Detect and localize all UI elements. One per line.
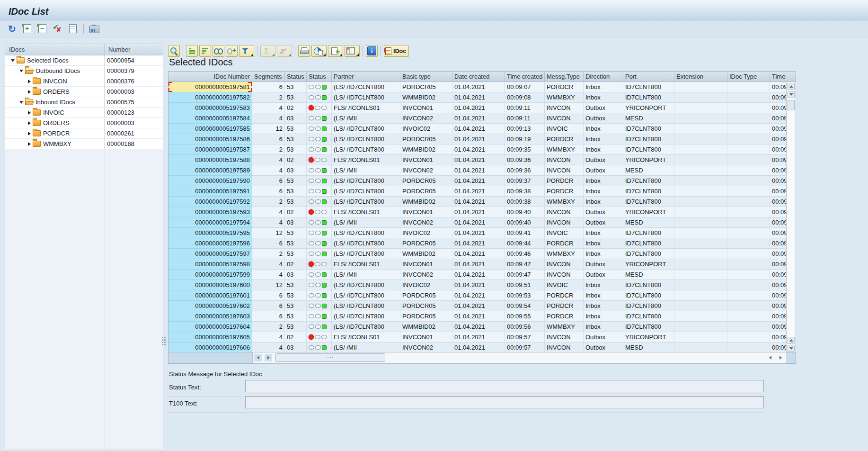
tree-item-orders[interactable]: ORDERS00000003	[5, 118, 163, 128]
scroll-page-down-button[interactable]	[788, 345, 795, 352]
title-bar: IDoc List	[0, 3, 868, 20]
expand-arrow-icon[interactable]	[28, 90, 31, 94]
tree-item-invcon[interactable]: INVCON00000376	[5, 76, 163, 87]
t100-text-input[interactable]	[245, 396, 764, 408]
collapse-button[interactable]	[36, 22, 49, 35]
table-row[interactable]: 0000000005197605402FLS/ /ICONLS01INVCON0…	[168, 332, 786, 343]
horizontal-scroll-thumb[interactable]	[275, 353, 385, 362]
expand-arrow-icon[interactable]	[28, 80, 31, 83]
tree-item-orders[interactable]: ORDERS00000003	[5, 87, 163, 97]
scroll-right-end-button[interactable]	[777, 354, 784, 361]
scroll-up-button[interactable]	[788, 83, 795, 90]
choose-layout-button[interactable]	[345, 45, 360, 57]
export-button[interactable]	[328, 45, 343, 57]
table-row[interactable]: 0000000005197588402FLS/ /ICONLS01INVCON0…	[168, 155, 786, 165]
table-row[interactable]: 0000000005197594403(LS/ /MIIINVCON0201.0…	[168, 217, 786, 228]
table-row[interactable]: 0000000005197593402FLS/ /ICONLS01INVCON0…	[168, 207, 786, 217]
status-light-cell	[307, 311, 332, 322]
idoc-button[interactable]: IDoc	[384, 45, 409, 57]
tree-item-pordcr[interactable]: PORDCR00000261	[5, 128, 163, 139]
table-row[interactable]: 0000000005197596653(LS/ /ID7CLNT800PORDC…	[168, 238, 786, 249]
tree-item-selected-idocs[interactable]: Selected IDocs00000954	[5, 55, 163, 66]
table-row[interactable]: 00000000051975851253(LS/ /ID7CLNT800INVO…	[168, 124, 786, 134]
find-button[interactable]	[213, 45, 224, 57]
list-button[interactable]	[66, 22, 79, 35]
column-header-idoc-number[interactable]: IDoc Number	[168, 72, 252, 81]
partner-cell: (LS/ /ID7CLNT800	[332, 92, 400, 103]
column-header-segments[interactable]: Segments	[252, 72, 285, 81]
table-row[interactable]: 0000000005197583402FLS/ /ICONLS01INVCON0…	[168, 103, 786, 113]
table-row[interactable]: 0000000005197601653(LS/ /ID7CLNT800PORDC…	[168, 290, 786, 301]
table-row[interactable]: 0000000005197589403(LS/ /MIIINVCON0201.0…	[168, 165, 786, 176]
basic-type-cell: INVCON02	[400, 217, 452, 228]
expand-arrow-icon[interactable]	[28, 142, 31, 146]
table-row[interactable]: 0000000005197606403(LS/ /MIIINVCON0201.0…	[168, 343, 786, 353]
table-row[interactable]: 0000000005197587253(LS/ /ID7CLNT800WMMBI…	[168, 144, 786, 155]
table-row[interactable]: 0000000005197603653(LS/ /ID7CLNT800PORDC…	[168, 311, 786, 322]
tree-item-outbound-idocs[interactable]: Outbound IDocs00000379	[5, 66, 163, 76]
idoc-type-cell	[727, 217, 770, 228]
tree-item-wmmbxy[interactable]: WMMBXY00000188	[5, 139, 163, 149]
scroll-left-end-button[interactable]	[766, 354, 774, 361]
column-header-direction[interactable]: Direction	[584, 72, 623, 81]
tree-item-inbound-idocs[interactable]: Inbound IDocs00000575	[5, 97, 163, 108]
collapse-arrow-icon[interactable]	[11, 59, 15, 62]
status-text-input[interactable]	[245, 380, 764, 392]
table-row[interactable]: 0000000005197602653(LS/ /ID7CLNT800PORDC…	[168, 301, 786, 311]
expand-arrow-icon[interactable]	[28, 111, 31, 115]
column-header-time[interactable]: Time	[770, 72, 786, 81]
port-cell: ID7CLNT800	[623, 290, 674, 301]
table-row[interactable]: 0000000005197599403(LS/ /MIIINVCON0201.0…	[168, 270, 786, 280]
info-button[interactable]	[366, 45, 378, 57]
scroll-right-button[interactable]	[265, 354, 272, 361]
column-header-idoc-type[interactable]: IDoc Type	[727, 72, 770, 81]
filter-button[interactable]	[239, 45, 254, 57]
scroll-down-button[interactable]	[788, 91, 795, 98]
sort-ascending-button[interactable]	[186, 45, 198, 57]
column-header-status-code[interactable]: Status	[285, 72, 307, 81]
tree-item-invoic[interactable]: INVOIC00000123	[5, 108, 163, 118]
folder-icon	[33, 141, 41, 147]
vertical-scroll-thumb[interactable]	[788, 100, 795, 110]
sort-descending-button[interactable]	[199, 45, 211, 57]
print-button[interactable]	[298, 45, 310, 57]
find-next-button[interactable]	[226, 45, 238, 57]
column-header-basic-type[interactable]: Basic type	[400, 72, 452, 81]
refresh-button[interactable]	[6, 22, 18, 35]
details-button[interactable]	[168, 45, 180, 57]
table-row[interactable]: 0000000005197591653(LS/ /ID7CLNT800PORDC…	[168, 186, 786, 197]
segments-cell: 12	[252, 228, 285, 238]
column-header-port[interactable]: Port	[623, 72, 674, 81]
statistics-button[interactable]	[88, 22, 101, 35]
views-button[interactable]	[311, 45, 327, 57]
table-row[interactable]: 0000000005197586653(LS/ /ID7CLNT800PORDC…	[168, 134, 786, 144]
collapse-arrow-icon[interactable]	[19, 70, 23, 72]
sum-button[interactable]	[260, 45, 275, 57]
segments-cell: 6	[252, 301, 285, 311]
scroll-left-button[interactable]	[254, 354, 262, 361]
table-row[interactable]: 00000000051976001253(LS/ /ID7CLNT800INVO…	[168, 280, 786, 290]
table-row[interactable]: 0000000005197581653(LS/ /ID7CLNT800PORDC…	[168, 82, 786, 92]
select-delete-button[interactable]	[51, 22, 64, 35]
expand-arrow-icon[interactable]	[28, 132, 31, 135]
scroll-page-up-button[interactable]	[788, 337, 795, 344]
expand-button[interactable]	[21, 22, 34, 35]
subtotals-button[interactable]	[277, 45, 292, 57]
table-row[interactable]: 0000000005197598402FLS/ /ICONLS01INVCON0…	[168, 259, 786, 270]
table-row[interactable]: 0000000005197592253(LS/ /ID7CLNT800WMMBI…	[168, 197, 786, 207]
table-row[interactable]: 0000000005197582253(LS/ /ID7CLNT800WMMBI…	[168, 92, 786, 103]
splitter-handle[interactable]	[161, 332, 166, 351]
table-row[interactable]: 0000000005197597253(LS/ /ID7CLNT800WMMBI…	[168, 249, 786, 259]
table-row[interactable]: 0000000005197590653(LS/ /ID7CLNT800PORDC…	[168, 176, 786, 186]
column-header-messg-type[interactable]: Messg.Type	[545, 72, 584, 81]
column-header-time-created[interactable]: Time created	[505, 72, 545, 81]
column-header-date-created[interactable]: Date created	[452, 72, 505, 81]
table-row[interactable]: 0000000005197604253(LS/ /ID7CLNT800WMMBI…	[168, 322, 786, 332]
expand-arrow-icon[interactable]	[28, 121, 31, 125]
table-row[interactable]: 0000000005197584403(LS/ /MIIINVCON0201.0…	[168, 113, 786, 124]
table-row[interactable]: 00000000051975951253(LS/ /ID7CLNT800INVO…	[168, 228, 786, 238]
collapse-arrow-icon[interactable]	[19, 101, 23, 104]
column-header-extension[interactable]: Extension	[674, 72, 727, 81]
column-header-partner[interactable]: Partner	[332, 72, 400, 81]
column-header-status-light[interactable]: Status	[307, 72, 332, 81]
